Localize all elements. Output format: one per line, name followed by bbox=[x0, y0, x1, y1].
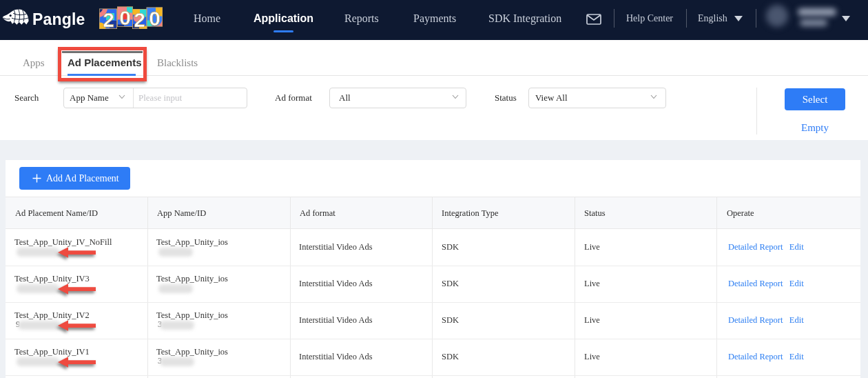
svg-text:2: 2 bbox=[103, 8, 114, 30]
svg-text:0: 0 bbox=[149, 7, 161, 30]
svg-text:2: 2 bbox=[134, 8, 145, 30]
svg-text:0: 0 bbox=[119, 6, 131, 29]
